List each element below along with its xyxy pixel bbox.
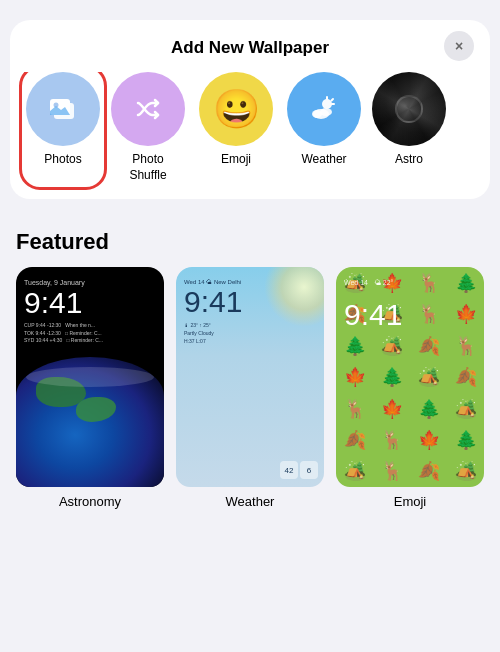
emoji-cell: 🍂: [410, 330, 447, 361]
emoji-wall-time: 9:41: [344, 300, 476, 330]
type-emoji[interactable]: 😀 Emoji: [196, 72, 276, 183]
photo-shuffle-label: PhotoShuffle: [129, 152, 166, 183]
emoji-wallpaper-bg: 🏕️🍁🦌🌲🍂🏕️🦌🍁🌲🏕️🍂🦌🍁🌲🏕️🍂🦌🍁🌲🏕️🍂🦌🍁🌲🏕️🦌🍂🏕️ Wed …: [336, 267, 484, 487]
featured-section: Featured Tuesday, 9 January 9:41 CUP 9:4…: [0, 219, 500, 509]
shuffle-svg: [130, 91, 166, 127]
astronomy-card-label: Astronomy: [59, 494, 121, 509]
photo-shuffle-icon: [111, 72, 185, 146]
featured-title: Featured: [16, 229, 484, 255]
photos-label: Photos: [44, 152, 81, 168]
featured-grid: Tuesday, 9 January 9:41 CUP 9:44 -12:30 …: [16, 267, 484, 509]
astro-info: CUP 9:44 -12:30 When the n... TOK 9:44 -…: [24, 322, 156, 345]
emoji-cell: 🏕️: [410, 361, 447, 392]
astro-icon: [372, 72, 446, 146]
modal-header: Add New Wallpaper ×: [10, 20, 490, 72]
weather-preview: Wed 14 🌤 New Delhi 9:41 🌡 23° ↑ 25° Part…: [176, 267, 324, 487]
featured-card-weather[interactable]: Wed 14 🌤 New Delhi 9:41 🌡 23° ↑ 25° Part…: [176, 267, 324, 509]
emoji-cell: 🍂: [410, 456, 447, 487]
wallpaper-type-picker: Photos PhotoShuffle 😀 Emoji: [10, 72, 490, 199]
emoji-cell: 🦌: [373, 424, 410, 455]
earth-graphic: [16, 357, 164, 487]
type-photos[interactable]: Photos: [22, 72, 104, 187]
add-wallpaper-modal: Add New Wallpaper × Photos: [10, 20, 490, 199]
emoji-cell: 🍁: [410, 424, 447, 455]
astro-wallpaper: Tuesday, 9 January 9:41 CUP 9:44 -12:30 …: [16, 267, 164, 487]
modal-title: Add New Wallpaper: [171, 38, 329, 58]
photos-icon: [26, 72, 100, 146]
close-button[interactable]: ×: [444, 31, 474, 61]
emoji-cell: 🍁: [373, 393, 410, 424]
earth-cloud: [26, 367, 154, 387]
emoji-cell: 🏕️: [447, 456, 484, 487]
weather-widget-2: 6: [300, 461, 318, 479]
weather-svg: [305, 90, 343, 128]
weather-label: Weather: [301, 152, 346, 168]
emoji-cell: 🌲: [336, 330, 373, 361]
emoji-card-label: Emoji: [394, 494, 427, 509]
type-photo-shuffle[interactable]: PhotoShuffle: [108, 72, 188, 183]
astro-label: Astro: [395, 152, 423, 168]
svg-point-9: [312, 110, 322, 118]
emoji-cell: 🌲: [447, 424, 484, 455]
type-weather[interactable]: Weather: [284, 72, 364, 183]
emoji-cell: 🌲: [410, 393, 447, 424]
featured-card-astronomy[interactable]: Tuesday, 9 January 9:41 CUP 9:44 -12:30 …: [16, 267, 164, 509]
astronomy-preview: Tuesday, 9 January 9:41 CUP 9:44 -12:30 …: [16, 267, 164, 487]
emoji-cell: 🍂: [336, 424, 373, 455]
emoji-cell: 🏕️: [373, 330, 410, 361]
weather-icon: [287, 72, 361, 146]
emoji-cell: 🦌: [447, 330, 484, 361]
weather-card-label: Weather: [226, 494, 275, 509]
emoji-cell: 🌲: [373, 361, 410, 392]
astro-date: Tuesday, 9 January: [24, 279, 156, 286]
emoji-cell: 🦌: [373, 456, 410, 487]
type-astro[interactable]: Astro: [372, 72, 446, 183]
emoji-cell: 🍂: [447, 361, 484, 392]
weather-widget-1: 42: [280, 461, 298, 479]
emoji-cell: 🏕️: [447, 393, 484, 424]
weather-widgets: 42 6: [280, 461, 318, 479]
svg-line-5: [332, 99, 334, 101]
featured-card-emoji[interactable]: 🏕️🍁🦌🌲🍂🏕️🦌🍁🌲🏕️🍂🦌🍁🌲🏕️🍂🦌🍁🌲🏕️🍂🦌🍁🌲🏕️🦌🍂🏕️ Wed …: [336, 267, 484, 509]
emoji-cell: 🍁: [336, 361, 373, 392]
emoji-icon: 😀: [199, 72, 273, 146]
emoji-cell: 🏕️: [336, 456, 373, 487]
emoji-wall-date: Wed 14 🌤 22°: [344, 279, 476, 286]
emoji-cell: 🦌: [336, 393, 373, 424]
photos-svg: [44, 90, 82, 128]
weather-wallpaper: Wed 14 🌤 New Delhi 9:41 🌡 23° ↑ 25° Part…: [176, 267, 324, 487]
emoji-preview: 🏕️🍁🦌🌲🍂🏕️🦌🍁🌲🏕️🍂🦌🍁🌲🏕️🍂🦌🍁🌲🏕️🍂🦌🍁🌲🏕️🦌🍂🏕️ Wed …: [336, 267, 484, 487]
emoji-label: Emoji: [221, 152, 251, 168]
astro-time: 9:41: [24, 288, 156, 318]
earth-land-2: [76, 397, 116, 422]
